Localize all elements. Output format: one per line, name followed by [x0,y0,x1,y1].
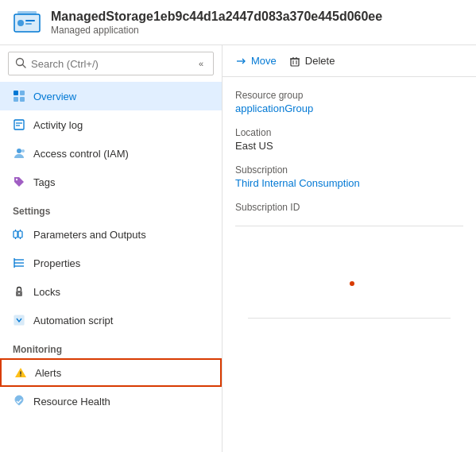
move-label: Move [251,55,277,67]
svg-point-17 [16,179,17,180]
svg-rect-11 [20,97,25,102]
overview-icon [13,90,25,102]
svg-rect-2 [17,11,37,14]
move-button[interactable]: Move [235,52,277,70]
alerts-label: Alerts [35,367,61,379]
subscription-label: Subscription [235,164,463,176]
locks-icon [13,285,25,298]
automation-icon [13,314,25,326]
activity-icon [13,118,25,131]
collapse-button[interactable]: « [195,56,207,71]
activity-log-label: Activity log [33,119,83,131]
svg-line-7 [23,64,26,68]
sidebar-item-properties[interactable]: Properties [0,249,222,277]
properties-label: Properties [33,257,80,269]
svg-rect-19 [18,231,22,238]
subscription-field: Subscription Third Internal Consumption [235,164,463,189]
resource-health-icon [13,395,25,408]
monitoring-section-label: Monitoring [0,334,222,358]
search-bar[interactable]: « [8,52,214,75]
subscription-value[interactable]: Third Internal Consumption [235,177,463,189]
svg-point-33 [20,375,21,377]
resource-group-field: Resource group applicationGroup [235,90,463,114]
sidebar-item-access-control[interactable]: Access control (IAM) [0,139,222,168]
app-header: ManagedStorage1eb9c44d1a2447d083a370e445… [0,0,476,45]
sidebar-item-alerts[interactable]: Alerts [0,358,222,387]
app-subtitle: Managed application [51,25,382,36]
chart-area [248,239,451,319]
detail-panel: Resource group applicationGroup Location… [223,77,476,452]
sidebar-item-overview[interactable]: Overview [0,82,222,110]
parameters-label: Parameters and Outputs [33,229,146,241]
parameters-icon [13,228,25,241]
sidebar: « Overview Acti [0,45,223,452]
chart-data-point [350,281,354,286]
resource-group-label: Resource group [235,90,463,101]
section-divider [235,226,463,226]
svg-point-29 [18,293,20,295]
app-title: ManagedStorage1eb9c44d1a2447d083a370e445… [51,9,382,24]
delete-label: Delete [305,55,335,67]
alerts-icon [14,366,27,379]
sidebar-item-parameters[interactable]: Parameters and Outputs [0,220,222,249]
svg-rect-4 [25,20,35,21]
resource-health-label: Resource Health [33,396,110,408]
app-icon [13,8,41,37]
sidebar-item-activity-log[interactable]: Activity log [0,110,222,139]
delete-button[interactable]: Delete [289,52,335,70]
svg-rect-35 [291,59,299,66]
svg-point-3 [17,20,24,26]
location-value: East US [235,140,463,152]
resource-group-value[interactable]: applicationGroup [235,102,463,114]
main-panel: Move Delete Resource group applicationGr… [223,45,476,452]
automation-label: Automation script [33,315,113,326]
overview-label: Overview [33,91,76,102]
svg-rect-5 [25,23,32,25]
toolbar: Move Delete [223,45,476,77]
iam-icon [13,147,25,160]
sidebar-item-resource-health[interactable]: Resource Health [0,387,222,415]
svg-point-15 [17,149,21,153]
locks-label: Locks [33,286,60,298]
search-input[interactable] [31,58,195,70]
properties-icon [13,257,25,269]
svg-rect-30 [14,315,24,325]
search-icon [15,57,26,71]
svg-rect-8 [14,91,18,95]
subscription-id-label: Subscription ID [235,202,463,213]
settings-section-label: Settings [0,196,222,220]
svg-rect-10 [14,97,18,102]
location-label: Location [235,127,463,138]
svg-rect-12 [14,120,24,129]
svg-rect-18 [14,231,17,238]
tags-icon [13,176,25,188]
main-content: « Overview Acti [0,45,476,452]
sidebar-item-tags[interactable]: Tags [0,168,222,196]
sidebar-item-locks[interactable]: Locks [0,277,222,306]
tags-label: Tags [33,176,55,188]
svg-rect-9 [20,91,25,95]
subscription-id-field: Subscription ID [235,202,463,213]
location-field: Location East US [235,127,463,152]
header-text: ManagedStorage1eb9c44d1a2447d083a370e445… [51,9,382,35]
access-control-label: Access control (IAM) [33,148,129,160]
sidebar-item-automation[interactable]: Automation script [0,306,222,334]
svg-point-16 [21,149,25,153]
